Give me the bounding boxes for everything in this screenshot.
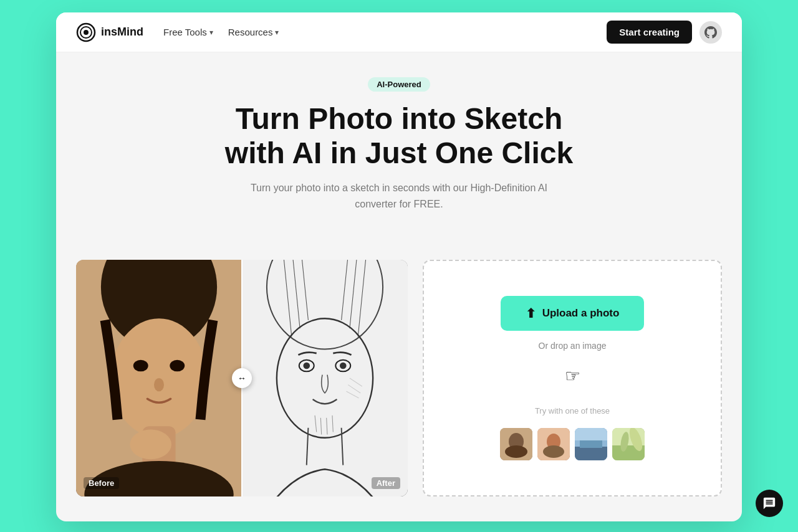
try-text: Try with one of these [535, 406, 610, 416]
photo-before [76, 260, 242, 496]
upload-photo-button[interactable]: ⬆ Upload a photo [501, 296, 645, 331]
nav-menu: Free Tools ▾ Resources ▾ [163, 27, 279, 37]
github-icon[interactable] [699, 21, 722, 44]
svg-point-39 [543, 445, 564, 458]
chevron-down-icon: ▾ [275, 28, 279, 37]
svg-rect-43 [575, 428, 607, 440]
svg-point-11 [130, 429, 171, 459]
logo: insMind [76, 22, 143, 42]
sample-image-4[interactable] [612, 428, 645, 460]
sample-images [500, 428, 645, 460]
brand-name: insMind [101, 26, 143, 39]
start-creating-button[interactable]: Start creating [607, 21, 692, 44]
svg-rect-42 [580, 439, 602, 448]
chat-bubble-button[interactable] [756, 490, 783, 517]
svg-point-10 [154, 378, 164, 391]
hero-subtitle: Turn your photo into a sketch in seconds… [237, 180, 561, 212]
svg-point-2 [84, 30, 89, 35]
svg-point-9 [170, 359, 185, 371]
svg-point-26 [340, 362, 347, 369]
sample-image-3[interactable] [575, 428, 607, 460]
nav-left: insMind Free Tools ▾ Resources ▾ [76, 22, 279, 42]
navbar: insMind Free Tools ▾ Resources ▾ Start c… [56, 12, 742, 52]
sample-image-1[interactable] [500, 428, 532, 460]
before-label: Before [84, 477, 119, 489]
before-after-container: ↔ Before After [76, 260, 408, 496]
logo-icon [76, 22, 96, 42]
svg-point-24 [303, 362, 310, 369]
before-after-inner: ↔ Before After [76, 260, 408, 496]
upload-icon: ⬆ [526, 306, 536, 321]
after-label: After [372, 477, 400, 489]
face-after-svg [242, 260, 408, 496]
hero-title: Turn Photo into Sketch with AI in Just O… [212, 102, 586, 170]
photo-after [242, 260, 408, 496]
nav-resources[interactable]: Resources ▾ [228, 27, 279, 37]
main-content: ↔ Before After ⬆ Upload a photo Or drop … [56, 260, 742, 521]
upload-panel: ⬆ Upload a photo Or drop an image ☞ Try … [423, 260, 722, 496]
hand-cursor-icon: ☞ [565, 366, 580, 386]
chevron-down-icon: ▾ [209, 28, 213, 37]
svg-point-8 [133, 359, 148, 371]
chat-icon [762, 496, 776, 510]
drop-text: Or drop an image [539, 341, 607, 351]
nav-right: Start creating [607, 21, 722, 44]
ai-badge: AI-Powered [368, 77, 430, 92]
svg-point-36 [505, 445, 527, 458]
nav-free-tools[interactable]: Free Tools ▾ [163, 27, 213, 37]
face-before-svg [76, 260, 242, 496]
sample-image-2[interactable] [537, 428, 570, 460]
hero-section: AI-Powered Turn Photo into Sketch with A… [56, 52, 742, 260]
svg-rect-41 [575, 447, 607, 460]
before-after-handle[interactable]: ↔ [232, 368, 252, 388]
